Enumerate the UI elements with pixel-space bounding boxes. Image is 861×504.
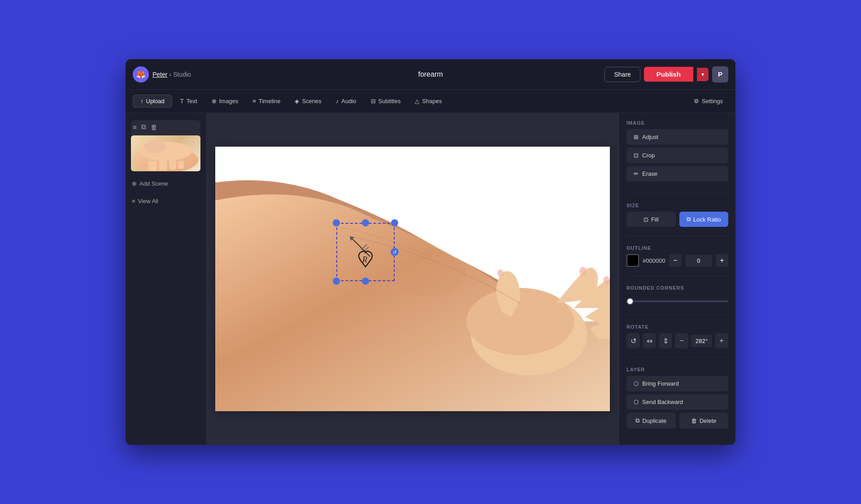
image-section: IMAGE ⊞ Adjust ⊡ Crop ✏ Erase [626, 120, 728, 184]
outline-increase-button[interactable]: + [716, 254, 728, 267]
scenes-button[interactable]: ◈ Scenes [288, 95, 327, 107]
add-scene-button[interactable]: ⊕ Add Scene [131, 178, 200, 189]
rotate-value: 282° [691, 335, 712, 347]
flip-vertical-button[interactable]: ⇕ [659, 333, 672, 348]
subtitles-button[interactable]: ⊟ Subtitles [365, 95, 407, 107]
svg-point-2 [144, 140, 165, 153]
handle-bottom-mid[interactable] [362, 278, 369, 285]
flip-horizontal-button[interactable]: ⇔ [643, 333, 656, 348]
canvas[interactable]: R ↺ [215, 147, 610, 411]
audio-button[interactable]: ♪ Audio [330, 95, 363, 107]
upload-icon: ↑ [140, 98, 144, 104]
settings-button[interactable]: ⚙ Settings [688, 95, 728, 107]
timeline-button[interactable]: ≡ Timeline [246, 95, 287, 107]
duplicate-icon: ⧉ [635, 417, 639, 424]
divider-4 [626, 315, 728, 315]
tattoo-svg: R [341, 227, 390, 277]
svg-point-9 [466, 288, 574, 355]
duplicate-label: Duplicate [642, 417, 666, 424]
subtitles-icon: ⊟ [371, 98, 376, 104]
tattoo-element[interactable]: R ↺ [332, 218, 399, 286]
breadcrumb: Peter › Studio [152, 71, 191, 78]
size-section: SIZE ⊡ Fill ⧉ Lock Ratio [626, 203, 728, 227]
add-scene-label: Add Scene [139, 180, 168, 187]
rounded-corners-slider[interactable] [626, 300, 728, 302]
add-scene-icon: ⊕ [132, 180, 137, 187]
lock-ratio-button[interactable]: ⧉ Lock Ratio [679, 212, 729, 227]
outline-row: #000000 − 0 + [626, 254, 728, 267]
timeline-icon: ≡ [252, 98, 256, 104]
settings-icon: ⚙ [694, 98, 699, 104]
fill-icon: ⊡ [644, 216, 648, 223]
scene-actions: ≡ ⧉ 🗑 [131, 120, 200, 134]
svg-rect-5 [169, 160, 176, 169]
subtitles-label: Subtitles [378, 98, 401, 104]
handle-top-right[interactable] [391, 219, 398, 226]
handle-rotate[interactable]: ↺ [391, 248, 399, 256]
rotate-row: ↺ ⇔ ⇕ − 282° + [626, 333, 728, 348]
upload-button[interactable]: ↑ Upload [133, 95, 172, 108]
top-bar-left: 🦊 Peter › Studio [133, 66, 331, 83]
scene-thumb-preview [131, 135, 200, 171]
fill-button[interactable]: ⊡ Fill [626, 212, 676, 227]
text-label: Text [187, 98, 197, 104]
breadcrumb-separator: › [169, 71, 171, 78]
shapes-button[interactable]: △ Shapes [409, 95, 448, 107]
crop-label: Crop [642, 152, 655, 159]
outline-value: 0 [685, 255, 712, 267]
rotate-decrease-button[interactable]: − [675, 333, 688, 348]
scenes-label: Scenes [302, 98, 321, 104]
crop-icon: ⊡ [634, 152, 639, 159]
app-window: 🦊 Peter › Studio forearm Share Publish ▾… [126, 59, 735, 445]
view-all-button[interactable]: ≡ View All [131, 196, 200, 206]
outline-color-swatch[interactable] [626, 254, 639, 267]
crop-button[interactable]: ⊡ Crop [626, 148, 728, 163]
view-all-icon: ≡ [132, 198, 135, 204]
layer-section: LAYER ⬡ Bring Forward ⬡ Send Backward ⧉ … [626, 367, 728, 429]
bring-forward-icon: ⬡ [634, 380, 639, 387]
scene-reorder-button[interactable]: ≡ [132, 122, 138, 132]
lock-ratio-label: Lock Ratio [693, 216, 721, 223]
scene-delete-button[interactable]: 🗑 [150, 122, 158, 132]
adjust-label: Adjust [642, 134, 658, 140]
user-initial-button[interactable]: P [712, 66, 728, 83]
fill-label: Fill [651, 216, 659, 223]
duplicate-button[interactable]: ⧉ Duplicate [626, 413, 676, 429]
text-button[interactable]: T Text [174, 95, 204, 107]
top-bar-center: forearm [331, 70, 530, 78]
adjust-icon: ⊞ [634, 134, 639, 140]
erase-button[interactable]: ✏ Erase [626, 166, 728, 182]
sidebar: ≡ ⧉ 🗑 [126, 113, 206, 445]
scene-thumbnail[interactable] [131, 135, 200, 171]
canvas-area[interactable]: R ↺ [206, 113, 619, 445]
handle-top-mid[interactable] [362, 219, 369, 226]
handle-bottom-left[interactable] [333, 278, 340, 285]
publish-dropdown-button[interactable]: ▾ [697, 68, 709, 81]
timeline-label: Timeline [259, 98, 281, 104]
delete-button[interactable]: 🗑 Delete [679, 413, 729, 429]
toolbar: ↑ Upload T Text ⊕ Images ≡ Timeline ◈ Sc… [126, 90, 735, 113]
publish-button[interactable]: Publish [644, 67, 693, 82]
svg-point-10 [395, 256, 466, 297]
divider-2 [626, 236, 728, 236]
scenes-icon: ◈ [295, 98, 299, 104]
project-title: forearm [418, 70, 443, 78]
user-link[interactable]: Peter [152, 71, 167, 78]
rounded-corners-section: ROUNDED CORNERS [626, 285, 728, 306]
top-bar-right: Share Publish ▾ P [530, 66, 728, 83]
share-button[interactable]: Share [604, 67, 640, 82]
settings-label: Settings [702, 98, 723, 104]
bring-forward-button[interactable]: ⬡ Bring Forward [626, 376, 728, 391]
text-icon: T [180, 98, 184, 104]
handle-top-left[interactable] [333, 219, 340, 226]
adjust-button[interactable]: ⊞ Adjust [626, 129, 728, 145]
outline-decrease-button[interactable]: − [669, 254, 682, 267]
send-backward-button[interactable]: ⬡ Send Backward [626, 394, 728, 410]
rotate-increase-button[interactable]: + [715, 333, 728, 348]
scene-copy-button[interactable]: ⧉ [140, 122, 147, 132]
erase-label: Erase [642, 170, 657, 177]
rotate-ccw-button[interactable]: ↺ [626, 333, 640, 348]
images-button[interactable]: ⊕ Images [205, 95, 245, 107]
scene-container: ≡ ⧉ 🗑 [131, 120, 200, 171]
images-label: Images [219, 98, 239, 104]
